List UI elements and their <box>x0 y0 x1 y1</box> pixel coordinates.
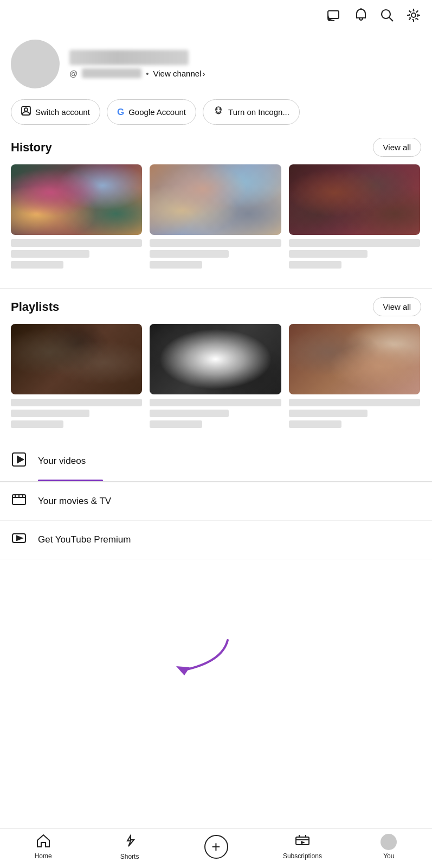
incognito-button[interactable]: Turn on Incogn... <box>203 99 300 125</box>
history-thumb-1[interactable] <box>11 164 142 272</box>
profile-name <box>69 50 189 65</box>
svg-point-9 <box>216 108 218 110</box>
youtube-premium-label: Get YouTube Premium <box>38 534 131 545</box>
svg-marker-20 <box>17 536 22 540</box>
svg-point-2 <box>382 10 390 18</box>
playlist-thumb-img-3 <box>289 324 420 394</box>
nav-home[interactable]: Home <box>0 834 86 860</box>
playlist-meta-3b <box>289 410 367 417</box>
shorts-label: Shorts <box>120 853 139 860</box>
bottom-nav: Home Shorts + Subscriptions You <box>0 828 432 868</box>
home-icon <box>36 834 51 850</box>
playlist-thumb-2[interactable] <box>150 324 281 431</box>
history-section: History View all <box>0 138 432 277</box>
nav-subscriptions[interactable]: Subscriptions <box>259 834 345 860</box>
playlists-view-all-button[interactable]: View all <box>373 297 421 316</box>
premium-icon <box>11 531 27 549</box>
svg-point-7 <box>24 108 28 111</box>
nav-avatar <box>381 834 397 850</box>
google-account-button[interactable]: G Google Account <box>107 99 196 125</box>
history-thumb-img-2 <box>150 164 281 235</box>
bell-icon[interactable] <box>354 8 368 26</box>
annotation-arrow <box>152 635 233 680</box>
thumb-meta-1a <box>11 239 142 247</box>
switch-account-label: Switch account <box>35 107 90 117</box>
playlist-thumb-1[interactable] <box>11 324 142 431</box>
history-thumb-2[interactable] <box>150 164 281 272</box>
playlists-section: Playlists View all <box>0 297 432 437</box>
switch-account-icon <box>21 106 31 118</box>
history-thumb-img-3 <box>289 164 420 235</box>
movies-icon <box>11 492 27 510</box>
divider-1 <box>0 288 432 289</box>
history-view-all-button[interactable]: View all <box>373 138 421 157</box>
playlist-meta-2b <box>150 410 228 417</box>
history-thumb-3[interactable] <box>289 164 420 272</box>
playlist-meta-1a <box>11 399 142 406</box>
view-channel-chevron: › <box>202 69 205 78</box>
thumb-meta-2b <box>150 250 228 258</box>
playlist-meta-2c <box>150 420 202 428</box>
your-videos-label: Your videos <box>38 456 86 467</box>
thumb-meta-2a <box>150 239 281 247</box>
svg-marker-11 <box>176 666 190 675</box>
svg-point-4 <box>411 13 416 17</box>
subscriptions-icon <box>295 834 310 850</box>
your-movies-item[interactable]: Your movies & TV <box>0 482 432 521</box>
thumb-meta-1c <box>11 261 63 269</box>
thumb-meta-3c <box>289 261 341 269</box>
history-thumbnails <box>11 164 421 272</box>
subscriptions-label: Subscriptions <box>283 852 322 860</box>
google-account-label: Google Account <box>128 107 186 117</box>
profile-handle <box>82 68 141 78</box>
handle-at: @ <box>69 69 78 78</box>
view-channel-link[interactable]: View channel › <box>153 69 205 78</box>
svg-point-5 <box>409 11 418 20</box>
your-videos-item[interactable]: Your videos <box>0 442 432 482</box>
playlists-title: Playlists <box>11 300 59 314</box>
incognito-icon <box>213 105 224 119</box>
playlist-thumb-img-2 <box>150 324 281 394</box>
search-icon[interactable] <box>380 8 394 26</box>
thumb-meta-2c <box>150 261 202 269</box>
your-movies-label: Your movies & TV <box>38 496 111 507</box>
your-videos-icon <box>11 452 27 470</box>
playlists-thumbnails <box>11 324 421 431</box>
playlist-thumb-3[interactable] <box>289 324 420 431</box>
switch-account-button[interactable]: Switch account <box>11 99 100 125</box>
separator: • <box>146 69 149 78</box>
plus-icon: + <box>211 839 220 854</box>
playlist-thumb-img-1 <box>11 324 142 394</box>
menu-list: Your videos Your movies & TV <box>0 442 432 559</box>
playlist-meta-3a <box>289 399 420 406</box>
top-bar <box>0 0 432 34</box>
youtube-premium-item[interactable]: Get YouTube Premium <box>0 521 432 559</box>
incognito-label: Turn on Incogn... <box>228 107 289 117</box>
history-title: History <box>11 141 52 155</box>
history-header: History View all <box>11 138 421 157</box>
shorts-icon <box>122 833 137 851</box>
avatar <box>11 40 60 88</box>
you-label: You <box>383 852 394 860</box>
your-videos-underline <box>38 480 103 481</box>
svg-rect-21 <box>296 837 309 845</box>
playlist-meta-2a <box>150 399 281 406</box>
thumb-meta-3b <box>289 250 367 258</box>
profile-section: @ • View channel › <box>0 34 432 99</box>
add-button[interactable]: + <box>204 835 228 859</box>
cast-icon[interactable] <box>327 9 342 25</box>
action-buttons-row: Switch account G Google Account Turn on … <box>0 99 432 138</box>
thumb-meta-1b <box>11 250 89 258</box>
svg-rect-0 <box>328 11 339 18</box>
nav-you[interactable]: You <box>346 834 432 860</box>
view-channel-label: View channel <box>153 69 202 78</box>
playlist-meta-1c <box>11 420 63 428</box>
nav-add[interactable]: + <box>173 835 259 859</box>
playlists-header: Playlists View all <box>11 297 421 316</box>
nav-shorts[interactable]: Shorts <box>86 833 172 860</box>
home-label: Home <box>35 852 52 860</box>
profile-handle-row: @ • View channel › <box>69 68 205 78</box>
playlist-meta-1b <box>11 410 89 417</box>
history-thumb-img-1 <box>11 164 142 235</box>
settings-icon[interactable] <box>406 8 421 27</box>
